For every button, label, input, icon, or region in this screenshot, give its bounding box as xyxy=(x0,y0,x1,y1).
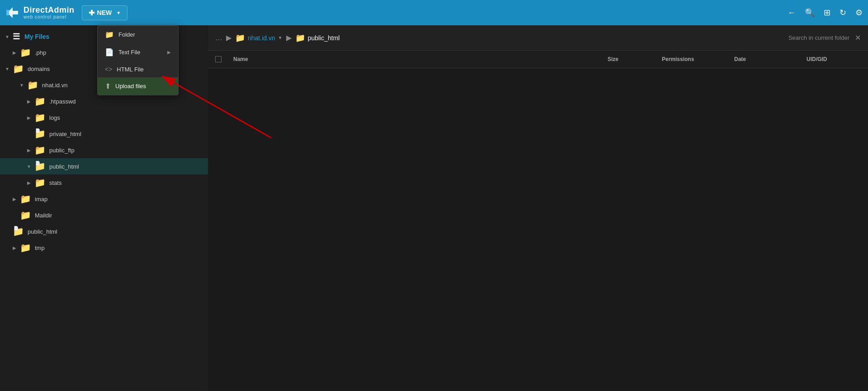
logo: DirectAdmin web control panel xyxy=(5,5,75,20)
header: DirectAdmin web control panel ✚ NEW ▼ ← … xyxy=(0,0,868,25)
expand-icon: ▶ xyxy=(25,99,33,104)
folder-icon: 📁 xyxy=(20,193,31,204)
my-files-label: My Files xyxy=(24,33,49,40)
expand-icon: ▶ xyxy=(25,148,33,153)
sidebar-item-imap[interactable]: ▶ 📁 imap xyxy=(0,191,208,207)
header-right: ← 🔍 ⊞ ↻ ⚙ xyxy=(788,8,863,18)
plus-icon: ✚ xyxy=(89,9,94,17)
html-file-label: HTML File xyxy=(117,66,143,73)
new-label: NEW xyxy=(97,9,112,16)
sidebar-item-htpasswd[interactable]: ▶ 📁 .htpasswd xyxy=(0,93,208,109)
submenu-arrow-icon: ▶ xyxy=(167,50,171,55)
folder-label: Maildir xyxy=(35,212,52,219)
folder-label: logs xyxy=(49,114,60,121)
folder-menu-icon: 📁 xyxy=(105,30,114,39)
expand-icon: ▶ xyxy=(11,50,18,55)
expand-icon: ▼ xyxy=(25,164,33,169)
text-file-label: Text File xyxy=(118,49,140,56)
folder-icon: 📁 xyxy=(20,210,31,221)
table-header: Name Size Permissions Date UID/GID xyxy=(208,51,868,68)
dropdown-arrow-icon: ▼ xyxy=(116,10,121,15)
folder-special-icon: 📁📄 xyxy=(34,161,46,172)
brand-name: DirectAdmin xyxy=(24,6,75,15)
expand-icon: ▶ xyxy=(25,180,33,185)
menu-item-upload[interactable]: ⬆ Upload files xyxy=(98,77,178,95)
table-col-name: Name xyxy=(233,54,608,64)
breadcrumb-arrow-2: ▶ xyxy=(286,33,292,42)
folder-label: stats xyxy=(49,179,61,186)
upload-menu-icon: ⬆ xyxy=(105,82,111,90)
folder-label: nhat.id.vn xyxy=(42,82,67,89)
settings-icon[interactable]: ⚙ xyxy=(855,8,863,18)
table-col-uid: UID/GID xyxy=(807,54,861,64)
table-col-permissions: Permissions xyxy=(662,54,734,64)
sidebar-item-maildir[interactable]: 📁 Maildir xyxy=(0,207,208,223)
folder-special-icon: 📁📄 xyxy=(13,226,24,237)
close-search-icon[interactable]: ✕ xyxy=(855,33,861,42)
breadcrumb-arrow-1: ▶ xyxy=(226,33,231,42)
expand-icon: ▶ xyxy=(25,115,33,120)
sidebar-item-public-html[interactable]: ▼ 📁📄 public_html xyxy=(0,158,208,174)
folder-label: public_html xyxy=(49,163,79,170)
logo-text: DirectAdmin web control panel xyxy=(24,6,75,20)
select-all-checkbox[interactable] xyxy=(215,56,222,62)
breadcrumb-folder-icon: 📁 xyxy=(295,33,305,43)
brand-sub: web control panel xyxy=(24,14,75,19)
folder-label: imap xyxy=(35,196,47,203)
folder-label: public_ftp xyxy=(49,147,75,154)
folder-label: .php xyxy=(35,49,46,56)
menu-item-folder[interactable]: 📁 Folder xyxy=(98,26,178,43)
header-left: DirectAdmin web control panel ✚ NEW ▼ xyxy=(5,5,127,20)
breadcrumb-item-public-html[interactable]: 📁 public_html xyxy=(295,33,340,43)
folder-icon: 📁 xyxy=(13,63,24,74)
breadcrumb-bar: … ▶ 📁 nhat.id.vn ▼ ▶ 📁 public_html Searc… xyxy=(208,25,868,51)
folder-label: private_html xyxy=(49,131,81,137)
chevron-down-icon: ▼ xyxy=(278,35,283,40)
folder-icon: 📁 xyxy=(34,96,46,107)
breadcrumb-folder-icon: 📁 xyxy=(235,33,245,43)
search-icon[interactable]: 🔍 xyxy=(805,8,815,18)
menu-item-text-file[interactable]: 📄 Text File ▶ xyxy=(98,43,178,61)
file-table-body xyxy=(208,68,868,391)
sidebar-item-private-html[interactable]: 📁📄 private_html xyxy=(0,126,208,142)
folder-icon: 📁 xyxy=(34,177,46,188)
folder-label: Folder xyxy=(118,31,135,38)
menu-item-html-file[interactable]: <> HTML File xyxy=(98,61,178,77)
refresh-icon[interactable]: ↻ xyxy=(840,8,846,18)
upload-label: Upload files xyxy=(115,83,146,90)
logo-icon xyxy=(5,5,20,20)
grid-icon[interactable]: ⊞ xyxy=(824,8,830,18)
hamburger-icon: ☰ xyxy=(13,32,20,42)
folder-label: tmp xyxy=(35,245,45,251)
breadcrumb-label-current: public_html xyxy=(308,34,340,42)
expand-icon: ▶ xyxy=(11,197,18,202)
folder-icon: 📁 xyxy=(20,242,31,253)
table-col-date: Date xyxy=(734,54,807,64)
sidebar-item-tmp[interactable]: ▶ 📁 tmp xyxy=(0,240,208,256)
breadcrumb-item-nhat[interactable]: 📁 nhat.id.vn ▼ xyxy=(235,33,283,43)
folder-label: .htpasswd xyxy=(49,98,76,105)
table-col-checkbox xyxy=(215,54,233,64)
expand-icon: ▼ xyxy=(4,34,11,39)
sidebar-item-stats[interactable]: ▶ 📁 stats xyxy=(0,174,208,191)
search-area: Search in current folder ✕ xyxy=(788,33,861,42)
expand-icon: ▶ xyxy=(11,245,18,250)
expand-icon: ▼ xyxy=(4,66,11,71)
folder-icon: 📁 xyxy=(27,80,38,90)
search-label[interactable]: Search in current folder xyxy=(788,34,849,41)
sidebar-item-public-ftp[interactable]: ▶ 📁 public_ftp xyxy=(0,142,208,158)
sidebar-item-logs[interactable]: ▶ 📁 logs xyxy=(0,109,208,126)
folder-special-icon: 📁📄 xyxy=(34,128,46,139)
sidebar-item-public-html-root[interactable]: 📁📄 public_html xyxy=(0,223,208,240)
ellipsis[interactable]: … xyxy=(215,34,222,42)
back-icon[interactable]: ← xyxy=(788,8,796,18)
html-file-menu-icon: <> xyxy=(105,66,112,73)
svg-rect-1 xyxy=(6,10,9,15)
folder-label: public_html xyxy=(28,228,57,235)
expand-icon: ▼ xyxy=(18,83,25,88)
content-area: … ▶ 📁 nhat.id.vn ▼ ▶ 📁 public_html Searc… xyxy=(208,25,868,391)
new-button[interactable]: ✚ NEW ▼ xyxy=(82,5,128,20)
folder-icon: 📁 xyxy=(34,112,46,123)
breadcrumb-label: nhat.id.vn xyxy=(248,34,275,42)
table-col-size: Size xyxy=(608,54,662,64)
